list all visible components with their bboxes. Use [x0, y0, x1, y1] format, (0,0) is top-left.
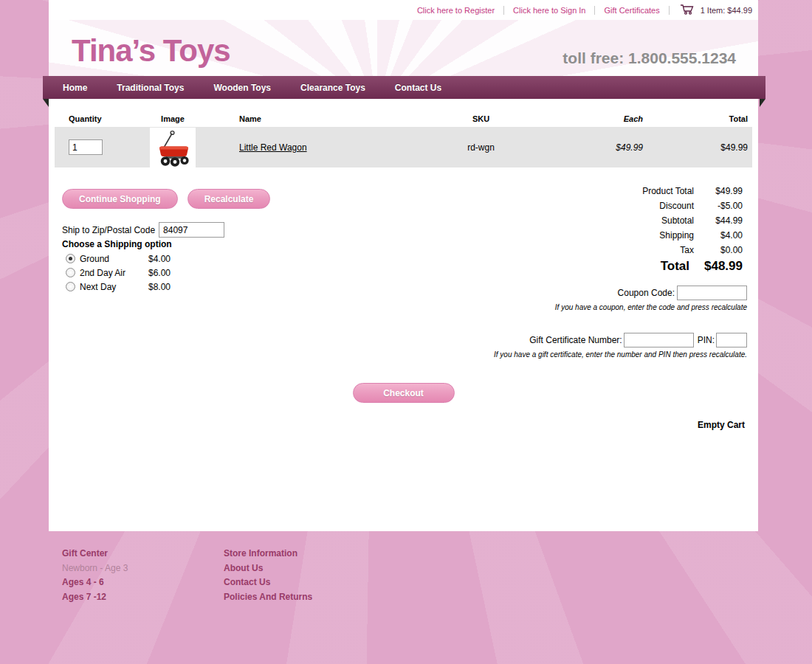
recalculate-button[interactable]: Recalculate [187, 189, 271, 209]
cart-icon [680, 4, 695, 16]
header-name: Name [217, 114, 398, 123]
footer-link-ages-4-6[interactable]: Ages 4 - 6 [62, 578, 224, 588]
gift-certificate-number-input[interactable] [624, 333, 694, 347]
header-image: Image [128, 114, 217, 123]
radio-next-day[interactable] [66, 282, 75, 291]
main-navigation: Home Traditional Toys Wooden Toys Cleara… [43, 76, 765, 99]
footer-heading-store-information: Store Information [224, 549, 312, 559]
empty-cart-link[interactable]: Empty Cart [698, 420, 745, 430]
totals-row-grand-total: Total $48.99 [642, 257, 743, 275]
totals-row-shipping: Shipping $4.00 [642, 228, 743, 243]
page-footer: Gift Center Newborn - Age 3 Ages 4 - 6 A… [62, 549, 312, 602]
zip-label: Ship to Zip/Postal Code [62, 225, 155, 235]
quantity-input[interactable] [69, 139, 103, 155]
page-background: Click here to Register Click here to Sig… [0, 0, 812, 664]
cart-item-row: Little Red Wagon rd-wgn $49.99 $49.99 [55, 127, 752, 167]
shipping-option-price: $4.00 [148, 254, 178, 264]
totals-label: Tax [680, 243, 694, 257]
footer-link-ages-7-12[interactable]: Ages 7 -12 [62, 592, 224, 603]
continue-shopping-button[interactable]: Continue Shopping [62, 189, 178, 209]
gift-certificate-label: Gift Certificate Number: [529, 335, 622, 345]
totals-label: Product Total [642, 184, 694, 198]
coupon-note: If you have a coupon, enter the code and… [555, 303, 747, 311]
shipping-option-label: Ground [75, 254, 148, 264]
shipping-option-label: 2nd Day Air [75, 268, 148, 278]
shipping-option-price: $6.00 [148, 268, 178, 278]
pin-input[interactable] [716, 333, 747, 347]
ship-to-zip-row: Ship to Zip/Postal Code [62, 222, 224, 238]
product-each-price: $49.99 [564, 142, 664, 153]
coupon-row: Coupon Code: [618, 286, 747, 300]
shipping-option-next-day: Next Day $8.00 [66, 280, 178, 294]
footer-store-information-column: Store Information About Us Contact Us Po… [224, 549, 312, 602]
cart-summary[interactable]: 1 Item: $44.99 [670, 4, 752, 16]
product-thumbnail-red-wagon[interactable] [150, 128, 196, 167]
gift-certificate-note: If you have a gift certificate, enter th… [494, 350, 747, 359]
header-sku: SKU [398, 114, 564, 123]
cart-total-text: 1 Item: $44.99 [695, 6, 752, 15]
toll-free-number: toll free: 1.800.555.1234 [562, 49, 736, 67]
cart-actions: Continue Shopping Recalculate [62, 189, 270, 209]
zip-input[interactable] [159, 222, 224, 238]
ribbon-fold-right [760, 99, 765, 107]
totals-value: $4.00 [694, 228, 743, 243]
utility-bar: Click here to Register Click here to Sig… [49, 0, 758, 20]
nav-contact-us[interactable]: Contact Us [395, 83, 441, 93]
grand-total-value: $48.99 [689, 257, 743, 275]
grand-total-label: Total [661, 257, 689, 275]
totals-row-discount: Discount -$5.00 [642, 198, 743, 213]
shipping-option-ground: Ground $4.00 [66, 252, 178, 266]
register-link[interactable]: Click here to Register [408, 6, 503, 15]
order-totals: Product Total $49.99 Discount -$5.00 Sub… [642, 184, 743, 275]
gift-certificate-row: Gift Certificate Number: PIN: [529, 333, 747, 347]
footer-gift-center-column: Gift Center Newborn - Age 3 Ages 4 - 6 A… [62, 549, 224, 602]
coupon-input[interactable] [677, 286, 747, 300]
totals-row-product-total: Product Total $49.99 [642, 184, 743, 198]
shipping-options: Ground $4.00 2nd Day Air $6.00 Next Day … [66, 252, 178, 294]
radio-ground[interactable] [66, 254, 75, 263]
store-logo[interactable]: Tina’s Toys [72, 33, 230, 69]
footer-link-policies-and-returns[interactable]: Policies And Returns [224, 592, 312, 603]
product-sku: rd-wgn [398, 142, 564, 153]
gift-certificates-link[interactable]: Gift Certificates [595, 6, 668, 15]
radio-2nd-day-air[interactable] [66, 268, 75, 277]
cart-main-area: Continue Shopping Recalculate Ship to Zi… [49, 167, 758, 531]
pin-label: PIN: [698, 335, 715, 345]
totals-value: $44.99 [694, 213, 743, 228]
totals-label: Discount [659, 198, 694, 213]
totals-row-tax: Tax $0.00 [642, 243, 743, 257]
footer-link-newborn-age-3[interactable]: Newborn - Age 3 [62, 564, 224, 574]
header-each: Each [564, 114, 664, 123]
header-quantity: Quantity [55, 114, 128, 123]
nav-home[interactable]: Home [63, 83, 87, 93]
header-total: Total [664, 114, 752, 123]
totals-label: Subtotal [661, 213, 694, 228]
footer-heading-gift-center: Gift Center [62, 549, 224, 559]
cart-table: Quantity Image Name SKU Each Total [55, 111, 752, 167]
nav-clearance-toys[interactable]: Clearance Toys [300, 83, 365, 93]
footer-link-about-us[interactable]: About Us [224, 564, 312, 574]
sign-in-link[interactable]: Click here to Sign In [504, 6, 594, 15]
nav-wooden-toys[interactable]: Wooden Toys [213, 83, 271, 93]
totals-value: $49.99 [694, 184, 743, 198]
totals-value: $0.00 [694, 243, 743, 257]
nav-traditional-toys[interactable]: Traditional Toys [117, 83, 184, 93]
shipping-option-heading: Choose a Shipping option [62, 239, 172, 249]
footer-link-contact-us[interactable]: Contact Us [224, 578, 312, 588]
shipping-option-price: $8.00 [148, 282, 178, 292]
product-total-price: $49.99 [664, 142, 752, 153]
shipping-option-2nd-day-air: 2nd Day Air $6.00 [66, 266, 178, 280]
checkout-button[interactable]: Checkout [353, 383, 455, 403]
cart-table-header: Quantity Image Name SKU Each Total [55, 111, 752, 127]
totals-value: -$5.00 [694, 198, 743, 213]
totals-label: Shipping [659, 228, 694, 243]
shipping-option-label: Next Day [75, 282, 148, 292]
product-name-link[interactable]: Little Red Wagon [239, 142, 307, 153]
masthead: Tina’s Toys toll free: 1.800.555.1234 [49, 20, 758, 76]
ribbon-fold-left [43, 99, 49, 107]
totals-row-subtotal: Subtotal $44.99 [642, 213, 743, 228]
coupon-label: Coupon Code: [618, 288, 675, 298]
